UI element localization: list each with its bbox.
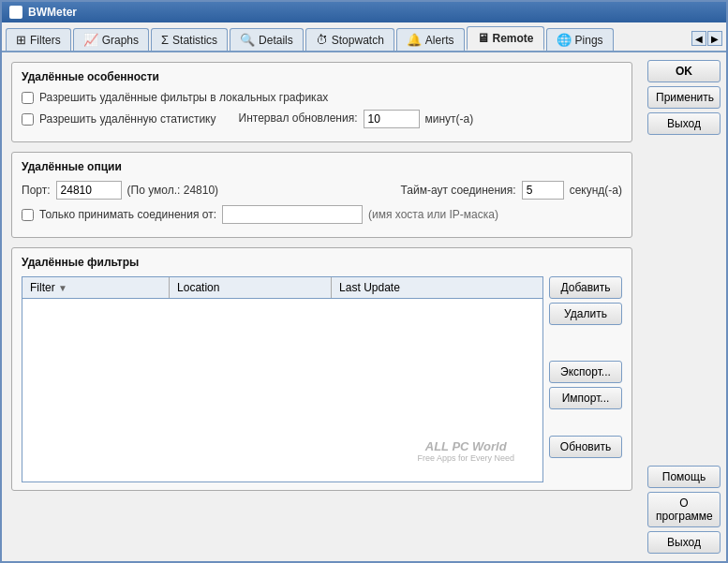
host-input[interactable] — [222, 205, 363, 224]
timeout-label: Тайм-аут соединения: — [400, 184, 515, 197]
checkbox-only-from[interactable] — [22, 209, 34, 221]
exit-bottom-button[interactable]: Выход — [647, 531, 721, 554]
checkbox-filters[interactable] — [22, 92, 34, 104]
remote-options-section: Удалённые опции Порт: (По умол.: 24810) … — [11, 152, 632, 238]
tab-details-label: Details — [259, 34, 293, 47]
watermark-line2: Free Apps for Every Need — [417, 453, 514, 463]
checkbox-stats-label: Разрешить удалённую статистику — [39, 112, 216, 126]
port-row: Порт: (По умол.: 24810) Тайм-аут соедине… — [22, 181, 622, 200]
remote-filters-title: Удалённые фильтры — [22, 256, 622, 269]
interval-label: Интервал обновления: — [239, 111, 358, 126]
tab-remote[interactable]: 🖥 Remote — [467, 26, 544, 51]
filter-table-header-row: Filter ▼ Location Last Update — [22, 277, 542, 299]
app-icon — [9, 6, 22, 19]
tab-filters-label: Filters — [30, 34, 61, 47]
remote-filters-section: Удалённые фильтры Filter ▼ — [11, 247, 632, 491]
remote-icon: 🖥 — [477, 31, 489, 45]
watermark: ALL PC World Free Apps for Every Need — [417, 439, 514, 463]
filters-layout: Filter ▼ Location Last Update — [22, 276, 622, 482]
ok-button[interactable]: OK — [647, 60, 721, 82]
about-button[interactable]: О программе — [647, 492, 721, 527]
col-location: Location — [170, 277, 332, 299]
tab-nav: ◀ ▶ — [691, 31, 722, 46]
checkbox-filters-row: Разрешить удалённые фильтры в локальных … — [22, 91, 622, 104]
tab-alerts-label: Alerts — [425, 34, 454, 47]
checkbox-stats[interactable] — [22, 113, 34, 126]
watermark-line1: ALL PC World — [417, 439, 514, 453]
stopwatch-icon: ⏱ — [316, 33, 328, 47]
col-last-update: Last Update — [332, 277, 542, 299]
main-area: Удалённые особенности Разрешить удалённы… — [2, 52, 726, 561]
titlebar: BWMeter — [2, 2, 726, 22]
tab-statistics-label: Statistics — [172, 34, 217, 47]
tab-pings[interactable]: 🌐 Pings — [546, 28, 614, 51]
tab-remote-label: Remote — [493, 32, 534, 45]
tab-prev-btn[interactable]: ◀ — [691, 31, 706, 46]
tab-pings-label: Pings — [575, 34, 603, 47]
filter-table-wrapper: Filter ▼ Location Last Update — [22, 276, 543, 482]
port-label: Порт: — [22, 184, 51, 197]
tab-graphs-label: Graphs — [102, 34, 139, 47]
tab-filters[interactable]: ⊞ Filters — [6, 28, 71, 51]
remote-options-title: Удалённые опции — [22, 160, 622, 173]
port-input[interactable] — [56, 181, 122, 200]
tab-alerts[interactable]: 🔔 Alerts — [396, 28, 465, 51]
refresh-button[interactable]: Обновить — [549, 436, 622, 458]
remote-features-section: Удалённые особенности Разрешить удалённы… — [11, 62, 632, 142]
filter-side-buttons: Добавить Удалить Экспорт... Импорт... Об… — [549, 276, 622, 458]
window-title: BWMeter — [28, 6, 77, 19]
port-default: (По умол.: 24810) — [127, 184, 219, 197]
add-button[interactable]: Добавить — [549, 276, 622, 299]
filter-table-container: Filter ▼ Location Last Update — [22, 276, 543, 482]
checkbox-stats-row: Разрешить удалённую статистику Интервал … — [22, 110, 622, 128]
host-hint: (имя хоста или IP-маска) — [368, 208, 498, 221]
export-button[interactable]: Экспорт... — [549, 361, 622, 383]
filter-table: Filter ▼ Location Last Update — [22, 277, 542, 299]
right-buttons-panel: OK Применить Выход Помощь О программе Вы… — [642, 52, 726, 561]
interval-unit: минут(-а) — [425, 112, 474, 126]
pings-icon: 🌐 — [557, 33, 572, 47]
delete-button[interactable]: Удалить — [549, 303, 622, 325]
graphs-icon: 📈 — [83, 33, 98, 47]
import-button[interactable]: Импорт... — [549, 387, 622, 409]
tabs-container: ⊞ Filters 📈 Graphs Σ Statistics 🔍 Detail… — [2, 22, 726, 52]
remote-features-title: Удалённые особенности — [22, 70, 622, 83]
content-panel: Удалённые особенности Разрешить удалённы… — [2, 52, 642, 561]
only-from-row: Только принимать соединения от: (имя хос… — [22, 205, 622, 224]
tab-stopwatch-label: Stopwatch — [332, 34, 384, 47]
tab-stopwatch[interactable]: ⏱ Stopwatch — [305, 28, 394, 51]
tab-statistics[interactable]: Σ Statistics — [151, 28, 228, 51]
timeout-unit: секунд(-а) — [570, 184, 622, 197]
apply-button[interactable]: Применить — [647, 86, 721, 109]
col-filter: Filter ▼ — [22, 277, 170, 299]
statistics-icon: Σ — [161, 33, 169, 47]
tab-next-btn[interactable]: ▶ — [707, 31, 722, 46]
interval-fields: Интервал обновления: минут(-а) — [239, 110, 474, 128]
tab-details[interactable]: 🔍 Details — [230, 28, 304, 51]
filters-icon: ⊞ — [16, 33, 26, 47]
alerts-icon: 🔔 — [407, 33, 422, 47]
timeout-input[interactable] — [522, 181, 564, 200]
only-from-label: Только принимать соединения от: — [39, 208, 216, 221]
exit-top-button[interactable]: Выход — [647, 112, 721, 135]
main-window: BWMeter ⊞ Filters 📈 Graphs Σ Statistics … — [0, 0, 728, 563]
checkbox-filters-label: Разрешить удалённые фильтры в локальных … — [39, 91, 328, 104]
interval-input[interactable] — [364, 110, 420, 128]
tab-graphs[interactable]: 📈 Graphs — [73, 28, 149, 51]
help-button[interactable]: Помощь — [647, 466, 721, 488]
sort-icon: ▼ — [58, 283, 67, 293]
details-icon: 🔍 — [240, 33, 255, 47]
